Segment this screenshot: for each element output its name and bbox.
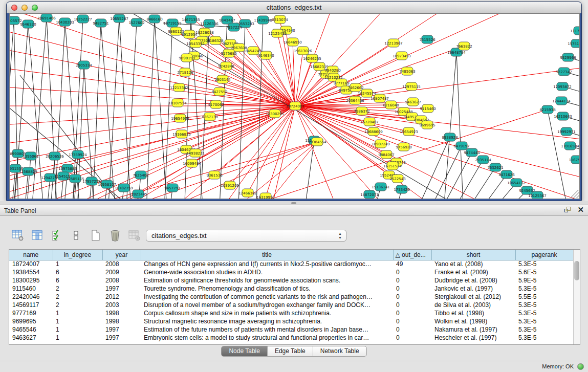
column-header[interactable]: title xyxy=(141,250,393,260)
network-node[interactable]: 15751874 xyxy=(568,39,580,48)
panel-splitter[interactable] xyxy=(0,201,588,205)
column-header[interactable]: name xyxy=(9,250,53,260)
show-columns-button[interactable] xyxy=(31,229,44,242)
network-node[interactable]: 8186328 xyxy=(207,36,223,45)
network-node[interactable]: 9463627 xyxy=(405,98,421,106)
network-node[interactable]: 8267130 xyxy=(202,113,217,121)
delete-table-button[interactable] xyxy=(128,229,141,242)
window-resize-grip[interactable] xyxy=(571,190,579,198)
network-edge[interactable] xyxy=(295,106,580,183)
network-edge[interactable] xyxy=(71,19,83,199)
network-node[interactable]: 15136141 xyxy=(372,183,390,191)
network-node[interactable]: 1733426 xyxy=(394,185,410,193)
table-row[interactable]: 1872400712008Changes of HCN gene express… xyxy=(9,260,573,268)
network-node[interactable]: 19992971 xyxy=(557,127,576,136)
network-node[interactable]: 20691406 xyxy=(37,14,56,22)
network-node[interactable]: 18226058 xyxy=(195,28,214,36)
tab-network-table[interactable]: Network Table xyxy=(313,346,366,356)
network-window-titlebar[interactable]: citations_edges.txt xyxy=(7,2,581,13)
row-height-button[interactable] xyxy=(70,229,83,242)
splitter-handle-icon[interactable] xyxy=(291,202,296,204)
network-node[interactable]: 1167534 xyxy=(569,156,580,164)
network-edge[interactable] xyxy=(194,56,295,106)
network-node[interactable]: 19613026 xyxy=(294,47,312,55)
network-node[interactable]: 19654923 xyxy=(400,127,418,136)
network-node[interactable]: 4170062 xyxy=(208,100,224,108)
network-node[interactable]: 8215938 xyxy=(539,105,555,114)
network-node[interactable]: 16646950 xyxy=(284,38,302,46)
table-scrollbar[interactable] xyxy=(573,250,580,344)
network-node[interactable]: 12466382 xyxy=(238,189,257,197)
network-edge[interactable] xyxy=(145,19,155,199)
network-node[interactable]: 8938928 xyxy=(442,133,458,141)
network-node[interactable]: 16210643 xyxy=(554,112,572,120)
network-edge[interactable] xyxy=(442,52,456,199)
table-row[interactable]: 1938455462009Genome-wide association stu… xyxy=(9,268,573,276)
column-header[interactable]: short xyxy=(431,250,515,260)
network-node[interactable]: 9329966 xyxy=(560,53,576,61)
table-row[interactable]: 911546021997Tourette syndrome. Phenomeno… xyxy=(9,285,573,293)
network-edge[interactable] xyxy=(92,23,101,199)
network-node[interactable]: 18252227 xyxy=(74,15,92,23)
network-node[interactable]: 10430203 xyxy=(56,18,74,26)
tab-node-table[interactable]: Node Table xyxy=(222,346,268,356)
tab-edge-table[interactable]: Edge Table xyxy=(268,346,313,356)
close-panel-icon[interactable]: ✕ xyxy=(577,206,584,213)
network-edge[interactable] xyxy=(579,31,580,42)
network-edge[interactable] xyxy=(463,174,507,199)
network-node[interactable]: 7515526 xyxy=(419,35,435,43)
network-node[interactable]: 16246255 xyxy=(303,54,321,62)
network-node[interactable]: 20364456 xyxy=(346,96,364,104)
network-node[interactable]: 15720407 xyxy=(360,118,379,126)
network-edge[interactable] xyxy=(428,152,472,199)
float-panel-icon[interactable] xyxy=(564,206,571,213)
network-node[interactable]: 12444134 xyxy=(552,97,571,105)
network-edge[interactable] xyxy=(125,23,137,199)
network-edge[interactable] xyxy=(295,51,303,106)
column-header[interactable]: pagerank xyxy=(515,250,573,260)
network-node[interactable]: 17359924 xyxy=(69,150,87,159)
network-edge[interactable] xyxy=(548,110,573,199)
table-row[interactable]: 946554611997Estimation of the future num… xyxy=(9,325,573,334)
column-header[interactable]: in_degree xyxy=(53,250,102,260)
network-node[interactable]: 12093872 xyxy=(553,82,572,91)
network-node[interactable]: 2935114 xyxy=(475,156,491,164)
network-view-canvas[interactable]: 2405572954632020691406104302031825222794… xyxy=(9,13,580,199)
network-node[interactable]: 17016504 xyxy=(561,142,579,150)
network-node[interactable]: 11126336 xyxy=(200,19,219,28)
network-edge[interactable] xyxy=(10,14,295,106)
network-node[interactable]: 7632621 xyxy=(487,163,503,171)
network-node[interactable]: 12823445 xyxy=(129,190,147,198)
network-edge[interactable] xyxy=(295,14,521,106)
network-node[interactable]: 10688609 xyxy=(364,127,383,136)
network-node[interactable]: 19654903 xyxy=(171,114,189,122)
network-edge[interactable] xyxy=(107,18,119,199)
network-node[interactable]: 2905334 xyxy=(76,61,92,69)
network-edge[interactable] xyxy=(25,156,31,199)
network-node[interactable]: 8313074 xyxy=(272,15,288,24)
table-selector-dropdown[interactable]: citations_edges.txt ▲▼ xyxy=(146,230,346,242)
network-node[interactable]: 10719155 xyxy=(163,19,182,27)
select-columns-button[interactable] xyxy=(50,229,63,242)
table-row[interactable]: 2242004622012Investigating the contribut… xyxy=(9,293,573,301)
network-edge[interactable] xyxy=(301,140,314,199)
network-node[interactable]: 10975887 xyxy=(58,164,77,172)
network-node[interactable]: 9361536 xyxy=(206,171,223,179)
network-edge[interactable] xyxy=(155,19,168,199)
table-row[interactable]: 1830029562008Estimation of significance … xyxy=(9,276,573,285)
table-mode-button[interactable] xyxy=(11,229,25,242)
network-node[interactable]: 9227342 xyxy=(556,68,572,76)
table-row[interactable]: 969969511998Structural magnetic resonanc… xyxy=(9,317,573,325)
network-edge[interactable] xyxy=(406,137,450,199)
network-node[interactable]: 10655287 xyxy=(110,14,128,23)
network-edge[interactable] xyxy=(295,106,580,199)
network-node[interactable]: 14872071 xyxy=(360,190,379,199)
network-node[interactable]: 9457791 xyxy=(164,184,180,192)
table-row[interactable]: 977716911998Corpus callosum shape and si… xyxy=(9,309,573,317)
network-edge[interactable] xyxy=(101,23,117,199)
delete-column-button[interactable] xyxy=(108,229,122,242)
network-node[interactable]: 9546320 xyxy=(20,20,36,28)
network-node[interactable]: 10391209 xyxy=(221,181,239,189)
network-node[interactable]: 8466160 xyxy=(146,15,162,23)
network-node[interactable]: 11439948 xyxy=(254,16,272,24)
